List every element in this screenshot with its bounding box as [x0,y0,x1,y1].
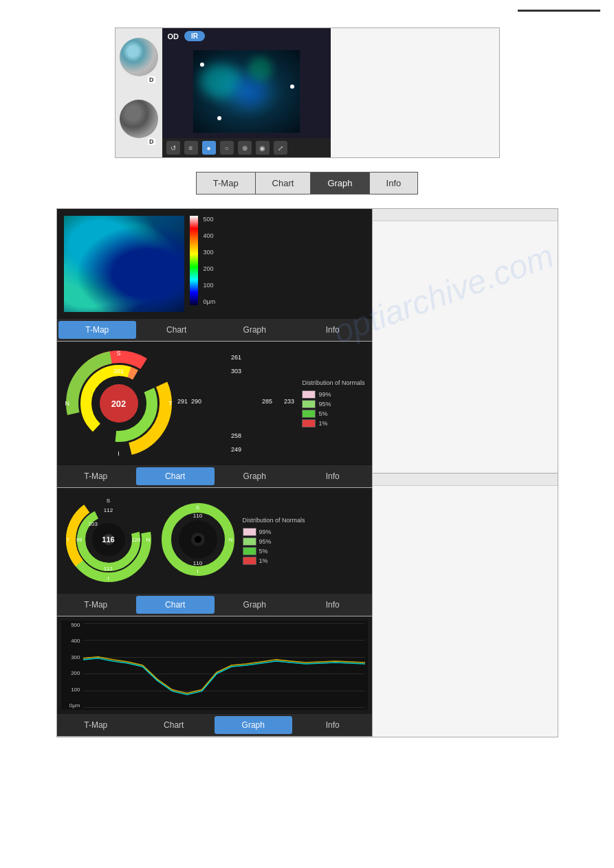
top-bar [0,0,614,21]
graph-y-400: 400 [63,638,80,644]
chart2-dist-color-95 [243,537,256,546]
ctrl-circle[interactable]: ○ [220,141,234,155]
content-grid: 500 400 300 200 100 0μm T-Map Chart [56,208,558,737]
graph-content: 500 400 300 200 100 0μm [57,616,372,714]
c2l-n-val: 99 [76,537,83,543]
dist-color-1 [302,419,316,427]
right-panel-bottom-section [373,474,558,737]
graph-tab-graph[interactable]: Graph [215,716,293,734]
eye-blob-3 [248,57,272,81]
ctrl-refresh[interactable]: ↺ [166,141,180,155]
chart2-content: S 112 I 111 T 99 N 120 116 103 [57,488,372,594]
chart2-panel-tabs: T-Map Chart Graph Info [57,594,372,616]
chart2-dist-label-1: 1% [259,557,268,564]
chart-tab-tmap[interactable]: T-Map [57,465,135,487]
dist-label-99: 99% [318,391,331,398]
dist-item-5: 5% [302,410,364,418]
grid-line-2 [83,657,365,658]
scale-label-300: 300 [204,249,216,256]
right-panel-bottom-header [373,474,558,486]
graph-tab-tmap[interactable]: T-Map [57,714,135,736]
grid-line-1 [83,640,365,641]
tmap-scale: 500 400 300 200 100 0μm [190,216,217,312]
c2l-n2-val: 103 [89,521,98,527]
ctrl-color[interactable]: ● [202,141,216,155]
thumbnail-2[interactable]: D [120,100,158,148]
tmap-colormap [64,216,184,312]
dist-label-1: 1% [318,420,327,427]
tmap-scale-bar [190,216,198,305]
ctrl-target2[interactable]: ◉ [256,141,270,155]
scale-label-0: 0μm [204,298,216,305]
chart-tab-chart[interactable]: Chart [136,467,215,485]
grid-line-4 [83,691,365,691]
graph-tab-chart[interactable]: Chart [135,714,213,736]
preview-dot-3 [217,116,221,120]
chart2-dist-title-text: Distribution of Normals [243,517,305,524]
graph-plot [83,623,365,707]
chart2-dist-label-5: 5% [259,548,268,555]
graph-y-labels: 500 400 300 200 100 0μm [61,621,82,710]
chart-tab-graph[interactable]: Graph [216,465,294,487]
tmap-tab-info[interactable]: Info [294,319,372,341]
graph-tab-info[interactable]: Info [294,714,372,736]
chart2-dist-color-99 [243,528,256,536]
c2l-t-label: T [67,537,70,543]
chart2-dist-label-99: 99% [259,528,272,535]
preview-header: OD IR [162,28,331,44]
distribution-legend: Distribution of Normals 99% 95% 5% [302,379,364,427]
nav-tab-graph[interactable]: Graph [310,172,369,194]
chart2-dist-color-1 [243,557,256,565]
eye-map [193,50,300,133]
chart-panel: S I N T 261 202 261 [57,342,372,488]
tmap-tab-graph[interactable]: Graph [216,319,294,341]
grid-line-0 [83,623,365,624]
ctrl-target[interactable]: ⊕ [238,141,252,155]
c2r-n-label: N [229,537,233,543]
scale-label-200: 200 [204,265,216,272]
right-panels [373,208,558,737]
ctrl-menu[interactable]: ≡ [184,141,198,155]
val-s-outer: 261 [231,354,241,361]
nav-tab-info[interactable]: Info [369,172,419,194]
chart2-tab-graph[interactable]: Graph [216,594,294,616]
c2l-t-val: 120 [131,537,140,543]
graph-svg [83,623,365,707]
val-n-outer: 291 [177,398,188,405]
tmap-tab-chart[interactable]: Chart [138,319,216,341]
ctrl-expand[interactable]: ⤢ [274,141,287,155]
c2l-n-label: N [146,537,151,543]
dist-color-99 [302,390,316,399]
dist-label-95: 95% [318,401,331,408]
val-t-outer: 233 [284,398,294,405]
chart2-dist-5: 5% [243,547,305,555]
right-panel-top-header [373,209,558,221]
chart2-tab-tmap[interactable]: T-Map [57,594,135,616]
tmap-tab-tmap[interactable]: T-Map [58,321,137,339]
c2r-i-val: 110 [193,560,202,566]
val-s-inner: 303 [231,368,241,375]
chart2-left-donut: S 112 I 111 T 99 N 120 116 103 [64,495,153,587]
preview-right [331,28,499,157]
chart2-right-labels: S 110 I 110 N [160,502,236,577]
chart2-dist-99: 99% [243,528,305,536]
val-t-inner: 285 [262,398,272,405]
chart2-panel: S 112 I 111 T 99 N 120 116 103 [57,488,372,616]
nav-tab-chart[interactable]: Chart [255,172,311,194]
chart2-dist-title: Distribution of Normals [243,517,305,524]
chart2-tab-chart[interactable]: Chart [136,596,215,614]
chart-tab-info[interactable]: Info [294,465,372,487]
ir-toggle[interactable]: IR [184,31,205,41]
od-label: OD [168,32,179,41]
right-panel-top-section [373,209,558,474]
c2l-s-val: 112 [104,507,113,513]
thumb-d-badge-2: D [148,138,155,145]
thumbnail-1[interactable]: D [120,38,158,86]
nav-tab-tmap[interactable]: T-Map [196,172,255,194]
left-panels: 500 400 300 200 100 0μm T-Map Chart [56,208,373,737]
c2l-center-val: 116 [102,535,114,544]
donut-chart: S I N T 261 202 [64,348,174,458]
chart2-dist-1: 1% [243,557,305,565]
chart2-tab-info[interactable]: Info [294,594,372,616]
graph-y-500: 500 [63,622,80,628]
